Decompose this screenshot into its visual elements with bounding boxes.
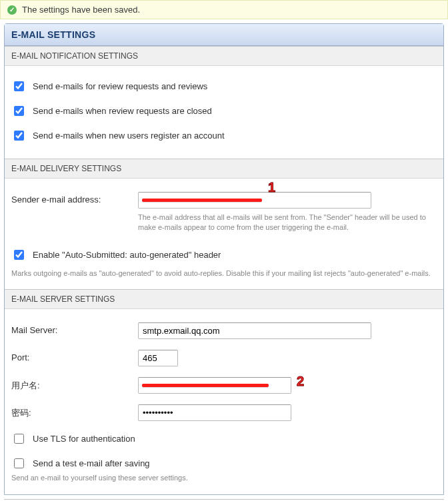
- checkbox-review-requests[interactable]: [14, 81, 24, 91]
- checkbox-new-users[interactable]: [14, 131, 24, 141]
- section-server: E-MAIL SERVER SETTINGS Mail Server: Port…: [5, 289, 443, 494]
- check-review-requests[interactable]: Send e-mails for review requests and rev…: [11, 74, 437, 99]
- checkbox-send-test[interactable]: [14, 458, 24, 468]
- check-auto-submitted[interactable]: Enable "Auto-Submitted: auto-generated" …: [11, 243, 437, 267]
- check-send-test[interactable]: Send a test e-mail after saving: [11, 451, 437, 472]
- checkbox-requests-closed[interactable]: [14, 106, 24, 116]
- sender-email-input[interactable]: [138, 192, 371, 209]
- port-input[interactable]: [138, 350, 178, 366]
- send-test-help: Send an e-mail to yourself using these s…: [11, 473, 437, 483]
- checkbox-auto-submitted[interactable]: [14, 250, 24, 260]
- email-settings-panel: E-MAIL SETTINGS E-MAIL NOTIFICATION SETT…: [4, 23, 444, 495]
- check-requests-closed[interactable]: Send e-mails when review requests are cl…: [11, 99, 437, 123]
- panel-title: E-MAIL SETTINGS: [5, 24, 443, 46]
- check-label: Use TLS for authentication: [33, 434, 135, 444]
- section-delivery: E-MAIL DELIVERY SETTINGS Sender e-mail a…: [5, 159, 443, 289]
- footer: 保存: [4, 499, 444, 503]
- username-label: 用户名:: [11, 377, 131, 392]
- username-input[interactable]: [138, 377, 291, 394]
- password-label: 密码:: [11, 404, 131, 419]
- check-label: Send a test e-mail after saving: [33, 458, 150, 468]
- section-header-delivery: E-MAIL DELIVERY SETTINGS: [5, 159, 443, 179]
- auto-submitted-help: Marks outgoing e-mails as "auto-generate…: [11, 268, 437, 278]
- mail-server-label: Mail Server:: [11, 322, 131, 335]
- check-circle-icon: ✓: [7, 5, 17, 15]
- section-header-notification: E-MAIL NOTIFICATION SETTINGS: [5, 47, 443, 66]
- password-input[interactable]: [138, 404, 291, 421]
- check-new-users[interactable]: Send e-mails when new users register an …: [11, 123, 437, 148]
- check-label: Send e-mails when new users register an …: [33, 131, 225, 141]
- section-notification: E-MAIL NOTIFICATION SETTINGS Send e-mail…: [5, 46, 443, 159]
- checkbox-use-tls[interactable]: [14, 434, 24, 444]
- check-use-tls[interactable]: Use TLS for authentication: [11, 426, 437, 451]
- mail-server-input[interactable]: [138, 322, 371, 339]
- check-label: Enable "Auto-Submitted: auto-generated" …: [33, 250, 221, 260]
- section-header-server: E-MAIL SERVER SETTINGS: [5, 290, 443, 309]
- sender-email-label: Sender e-mail address:: [11, 192, 131, 205]
- port-label: Port:: [11, 350, 131, 362]
- sender-email-help: The e-mail address that all e-mails will…: [138, 213, 437, 233]
- callout-2: 2: [297, 374, 304, 389]
- alert-success: ✓ The settings have been saved.: [0, 0, 448, 19]
- check-label: Send e-mails when review requests are cl…: [33, 106, 212, 116]
- alert-text: The settings have been saved.: [22, 5, 140, 15]
- check-label: Send e-mails for review requests and rev…: [33, 81, 207, 91]
